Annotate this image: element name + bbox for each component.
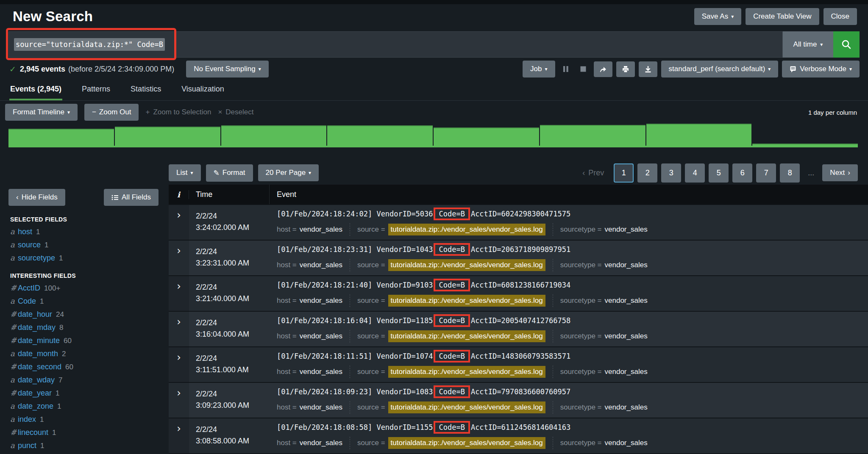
- list-view-button[interactable]: List▾: [169, 164, 201, 181]
- sourcetype-value[interactable]: vendor_sales: [605, 225, 648, 234]
- event-cell: [01/Feb/2024:18:23:31] VendorID=1043 Cod…: [270, 241, 868, 275]
- performance-mode-button[interactable]: standard_perf (search default)▾: [661, 61, 779, 78]
- tab[interactable]: Statistics: [130, 80, 162, 100]
- field-item[interactable]: adate_zone1: [0, 400, 169, 413]
- field-item[interactable]: aindex1: [0, 413, 169, 426]
- print-button[interactable]: [616, 61, 635, 77]
- create-table-view-button[interactable]: Create Table View: [746, 8, 819, 25]
- zoom-to-selection-button[interactable]: +Zoom to Selection: [145, 108, 211, 116]
- field-item[interactable]: #date_mday8: [0, 321, 169, 334]
- deselect-button[interactable]: ×Deselect: [218, 108, 253, 116]
- expand-event-icon[interactable]: ›: [177, 387, 181, 399]
- field-item[interactable]: #AcctID100+: [0, 282, 169, 295]
- list-icon: [111, 194, 119, 201]
- event-date: 2/2/24: [196, 210, 270, 222]
- selected-fields-list: ahost1 asource1 asourcetype1: [0, 225, 169, 265]
- timeline-bar[interactable]: [327, 124, 433, 147]
- sourcetype-value[interactable]: vendor_sales: [605, 296, 648, 305]
- timeline-bar[interactable]: [221, 124, 327, 147]
- sourcetype-value[interactable]: vendor_sales: [605, 261, 648, 269]
- expand-event-icon[interactable]: ›: [177, 209, 181, 221]
- source-value-highlighted[interactable]: tutorialdata.zip:./vendor_sales/vendor_s…: [388, 224, 545, 235]
- expand-event-icon[interactable]: ›: [177, 280, 181, 292]
- expand-event-icon[interactable]: ›: [177, 316, 181, 328]
- prev-page-button[interactable]: ‹Prev: [582, 169, 604, 177]
- field-item[interactable]: adate_month2: [0, 347, 169, 360]
- host-value[interactable]: vendor_sales: [300, 403, 342, 412]
- search-mode-button[interactable]: Verbose Mode▾: [782, 61, 860, 78]
- page-number-button[interactable]: 2: [637, 163, 657, 183]
- host-value[interactable]: vendor_sales: [300, 261, 342, 269]
- all-fields-button[interactable]: All Fields: [104, 189, 159, 206]
- field-item[interactable]: asource1: [0, 238, 169, 252]
- job-menu-button[interactable]: Job▾: [523, 61, 555, 78]
- page-number-button[interactable]: 7: [756, 163, 776, 183]
- expand-event-icon[interactable]: ›: [177, 423, 181, 435]
- event-sampling-button[interactable]: No Event Sampling▾: [186, 61, 269, 78]
- tab[interactable]: Visualization: [181, 80, 225, 100]
- field-item[interactable]: asourcetype1: [0, 252, 169, 265]
- field-item[interactable]: asplunk_server1: [0, 452, 169, 454]
- format-results-button[interactable]: ✎Format: [206, 164, 253, 182]
- tab[interactable]: Patterns: [81, 80, 111, 100]
- page-number-button[interactable]: 3: [661, 163, 681, 183]
- host-value[interactable]: vendor_sales: [300, 296, 342, 305]
- sourcetype-value[interactable]: vendor_sales: [605, 439, 648, 447]
- tab[interactable]: Events (2,945): [9, 80, 62, 100]
- host-value[interactable]: vendor_sales: [300, 225, 342, 234]
- sourcetype-value[interactable]: vendor_sales: [605, 332, 648, 340]
- field-item[interactable]: #linecount1: [0, 426, 169, 439]
- source-value-highlighted[interactable]: tutorialdata.zip:./vendor_sales/vendor_s…: [388, 295, 545, 307]
- expand-event-icon[interactable]: ›: [177, 352, 181, 363]
- field-item[interactable]: #date_hour24: [0, 308, 169, 321]
- source-value-highlighted[interactable]: tutorialdata.zip:./vendor_sales/vendor_s…: [388, 259, 545, 271]
- export-button[interactable]: [639, 61, 657, 77]
- host-value[interactable]: vendor_sales: [300, 332, 342, 340]
- field-item[interactable]: #date_second60: [0, 360, 169, 374]
- chevron-down-icon: ▾: [849, 66, 852, 72]
- search-submit-button[interactable]: [833, 31, 860, 58]
- host-value[interactable]: vendor_sales: [300, 439, 342, 447]
- sourcetype-value[interactable]: vendor_sales: [605, 403, 648, 412]
- page-number-button[interactable]: 8: [780, 163, 800, 183]
- zoom-out-button[interactable]: −Zoom Out: [84, 104, 139, 121]
- search-input[interactable]: source="tutorialdata.zip:*" Code=B: [8, 31, 782, 58]
- timeline-bar-fill: [540, 125, 645, 147]
- host-value[interactable]: vendor_sales: [300, 368, 342, 376]
- page-number-button[interactable]: 6: [732, 163, 752, 183]
- field-item[interactable]: #date_minute60: [0, 334, 169, 347]
- timeline-bar[interactable]: [434, 124, 539, 147]
- timeline-bar[interactable]: [752, 124, 858, 147]
- field-item[interactable]: apunct1: [0, 439, 169, 452]
- sourcetype-value[interactable]: vendor_sales: [605, 368, 648, 376]
- share-button[interactable]: [594, 61, 612, 77]
- timeline-bar[interactable]: [646, 124, 752, 147]
- field-item[interactable]: adate_wday7: [0, 374, 169, 387]
- per-page-button[interactable]: 20 Per Page▾: [258, 164, 319, 181]
- source-value-highlighted[interactable]: tutorialdata.zip:./vendor_sales/vendor_s…: [388, 366, 545, 378]
- time-range-picker[interactable]: All time▾: [782, 31, 833, 58]
- field-item[interactable]: ahost1: [0, 225, 169, 238]
- search-query-text[interactable]: source="tutorialdata.zip:*" Code=B: [14, 38, 165, 51]
- hide-fields-button[interactable]: ‹Hide Fields: [8, 189, 65, 206]
- expand-event-icon[interactable]: ›: [177, 245, 181, 257]
- timeline-bar[interactable]: [540, 124, 645, 147]
- timeline-bar[interactable]: [115, 124, 220, 147]
- page-number-button[interactable]: 1: [614, 163, 634, 183]
- field-item[interactable]: aCode1: [0, 295, 169, 308]
- timeline-bar[interactable]: [8, 124, 114, 147]
- format-timeline-button[interactable]: Format Timeline▾: [5, 104, 78, 121]
- close-button[interactable]: Close: [823, 8, 857, 25]
- field-item[interactable]: #date_year1: [0, 387, 169, 400]
- source-value-highlighted[interactable]: tutorialdata.zip:./vendor_sales/vendor_s…: [388, 437, 545, 449]
- next-page-button[interactable]: Next›: [822, 164, 858, 181]
- page-number-button[interactable]: 5: [709, 163, 729, 183]
- stop-icon[interactable]: [576, 65, 590, 73]
- source-value-highlighted[interactable]: tutorialdata.zip:./vendor_sales/vendor_s…: [388, 401, 545, 413]
- pause-icon[interactable]: [559, 65, 573, 73]
- event-count-timestamp: (before 2/5/24 2:34:09.000 PM): [68, 65, 174, 74]
- save-as-button[interactable]: Save As▾: [694, 8, 741, 25]
- page-number-button[interactable]: 4: [685, 163, 705, 183]
- source-value-highlighted[interactable]: tutorialdata.zip:./vendor_sales/vendor_s…: [388, 330, 545, 342]
- field-divider: [553, 330, 553, 343]
